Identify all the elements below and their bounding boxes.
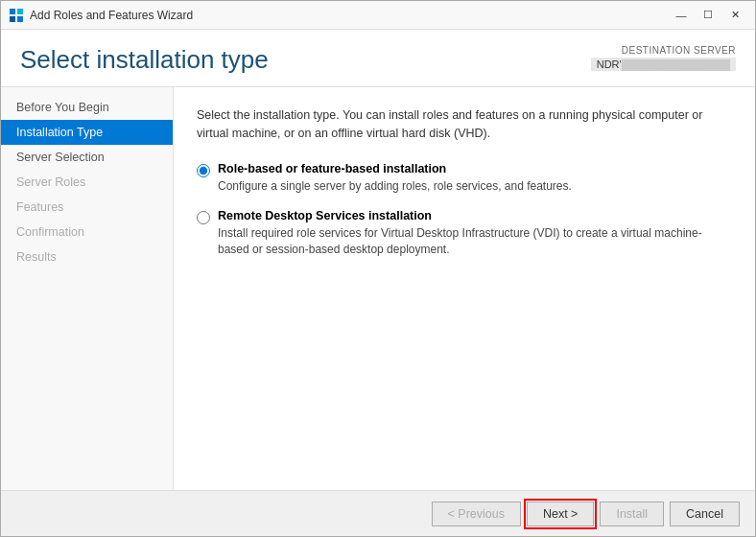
sidebar-item-server-roles: Server Roles — [1, 170, 173, 195]
option-remote-desktop-title: Remote Desktop Services installation — [218, 209, 732, 222]
previous-button[interactable]: < Previous — [432, 502, 521, 526]
window-controls: — ☐ ✕ — [669, 6, 747, 25]
install-button[interactable]: Install — [600, 502, 664, 526]
main-window: Add Roles and Features Wizard — ☐ ✕ Sele… — [0, 0, 756, 537]
installation-type-options: Role-based or feature-based installation… — [197, 162, 732, 258]
sidebar-item-server-selection[interactable]: Server Selection — [1, 145, 173, 170]
sidebar-item-confirmation: Confirmation — [1, 220, 173, 245]
cancel-button[interactable]: Cancel — [670, 502, 740, 526]
header: Select installation type DESTINATION SER… — [1, 30, 755, 87]
sidebar-item-results: Results — [1, 245, 173, 269]
close-button[interactable]: ✕ — [722, 6, 747, 25]
title-bar: Add Roles and Features Wizard — ☐ ✕ — [1, 1, 755, 30]
radio-role-based[interactable] — [197, 164, 210, 177]
description-text: Select the installation type. You can in… — [197, 106, 732, 143]
footer: < Previous Next > Install Cancel — [1, 490, 755, 536]
svg-rect-3 — [17, 16, 23, 22]
app-icon — [9, 8, 24, 23]
option-role-based-title: Role-based or feature-based installation — [218, 162, 572, 175]
option-remote-desktop-content: Remote Desktop Services installation Ins… — [218, 209, 732, 258]
option-remote-desktop-desc: Install required role services for Virtu… — [218, 225, 732, 258]
page-title: Select installation type — [20, 45, 269, 75]
content-area: Select installation type DESTINATION SER… — [1, 30, 755, 490]
main-content: Select the installation type. You can in… — [174, 87, 755, 490]
svg-rect-0 — [10, 9, 15, 14]
option-role-based-desc: Configure a single server by adding role… — [218, 178, 572, 195]
option-remote-desktop: Remote Desktop Services installation Ins… — [197, 209, 732, 258]
svg-rect-2 — [10, 16, 15, 22]
option-role-based: Role-based or feature-based installation… — [197, 162, 732, 195]
sidebar-item-installation-type[interactable]: Installation Type — [1, 120, 173, 145]
destination-server-info: DESTINATION SERVER NDR'████████████████ — [591, 45, 736, 71]
destination-label: DESTINATION SERVER — [591, 45, 736, 56]
svg-rect-1 — [17, 9, 23, 14]
option-role-based-content: Role-based or feature-based installation… — [218, 162, 572, 195]
maximize-button[interactable]: ☐ — [696, 6, 721, 25]
sidebar-item-features: Features — [1, 195, 173, 220]
window-title: Add Roles and Features Wizard — [30, 9, 669, 22]
next-button[interactable]: Next > — [527, 502, 594, 526]
destination-value: NDR'████████████████ — [591, 58, 736, 71]
radio-remote-desktop[interactable] — [197, 211, 210, 224]
main-body: Before You Begin Installation Type Serve… — [1, 87, 755, 490]
sidebar-item-before-you-begin[interactable]: Before You Begin — [1, 95, 173, 120]
minimize-button[interactable]: — — [669, 6, 694, 25]
sidebar: Before You Begin Installation Type Serve… — [1, 87, 174, 490]
